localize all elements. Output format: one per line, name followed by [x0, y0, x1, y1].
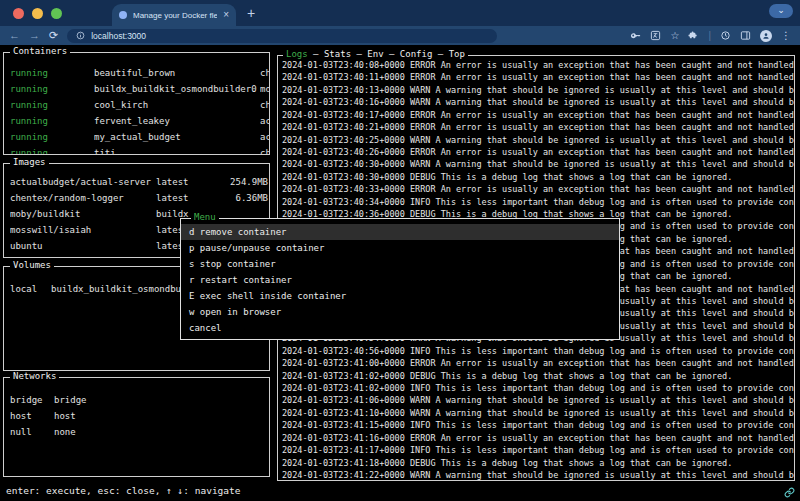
log-line: 2024-01-03T23:41:17+0000 INFO This is le…	[282, 444, 794, 456]
menu-item-exec[interactable]: E exec shell inside container	[181, 288, 619, 304]
container-name: buildx_buildkit_osmondbuilder0	[94, 81, 260, 97]
log-line: 2024-01-03T23:41:22+0000 WARN A warning …	[282, 469, 794, 480]
image-name: ubuntu	[10, 238, 156, 254]
log-line: 2024-01-03T23:41:15+0000 INFO This is le…	[282, 419, 794, 431]
volume-driver: local	[10, 281, 51, 297]
log-line: 2024-01-03T23:41:02+0000 DEBUG This is a…	[282, 370, 794, 382]
network-row[interactable]: bridgebridge	[4, 392, 269, 408]
image-tag: latest	[156, 174, 222, 190]
container-status: running	[10, 81, 94, 97]
menu-item-cancel[interactable]: cancel	[181, 320, 619, 336]
menu-item-open[interactable]: w open in browser	[181, 304, 619, 320]
log-line: 2024-01-03T23:41:02+0000 INFO This is le…	[282, 382, 794, 394]
log-line: 2024-01-03T23:40:21+0000 ERROR An error …	[282, 121, 794, 133]
container-status: running	[10, 113, 94, 129]
log-line: 2024-01-03T23:40:13+0000 WARN A warning …	[282, 84, 794, 96]
image-name: moby/buildkit	[10, 206, 156, 222]
network-driver: none	[54, 424, 269, 440]
log-line: 2024-01-03T23:40:30+0000 WARN A warning …	[282, 158, 794, 170]
passwords-key-icon[interactable]	[630, 30, 641, 41]
log-line: 2024-01-03T23:41:00+0000 ERROR An error …	[282, 357, 794, 369]
tab-strip: Manage your Docker fleet w × + ⌄	[0, 0, 800, 26]
container-status: running	[10, 97, 94, 113]
image-row[interactable]: chentex/random-loggerlatest6.36MB	[4, 190, 269, 206]
container-name: fervent_leakey	[94, 113, 260, 129]
container-row[interactable]: runningmy_actual_budgetac	[4, 129, 269, 145]
log-line: 2024-01-03T23:40:34+0000 INFO This is le…	[282, 196, 794, 208]
container-row[interactable]: runningcool_kirchch	[4, 97, 269, 113]
container-image: ch	[260, 97, 269, 113]
log-line: 2024-01-03T23:40:08+0000 ERROR An error …	[282, 59, 794, 71]
log-line: 2024-01-03T23:41:16+0000 ERROR An error …	[282, 432, 794, 444]
forward-icon[interactable]: →	[29, 30, 40, 41]
menu-item-remove[interactable]: d remove container	[181, 224, 619, 240]
container-image: ch	[260, 65, 269, 81]
image-name: mosswill/isaiah	[10, 222, 156, 238]
containers-panel: Containers runningbeautiful_brownchrunni…	[3, 52, 270, 155]
bookmark-star-icon[interactable]: ☆	[670, 31, 679, 41]
image-name: <none>	[10, 254, 156, 257]
log-line: 2024-01-03T23:41:10+0000 WARN A warning …	[282, 407, 794, 419]
container-image: ac	[260, 129, 269, 145]
status-bar-hints: enter: execute, esc: close, ↑ ↓: navigat…	[6, 485, 241, 496]
maximize-window-button[interactable]	[51, 8, 62, 19]
address-bar[interactable]: localhost:3000	[67, 29, 497, 43]
link-icon[interactable]	[784, 483, 795, 501]
container-status: running	[10, 145, 94, 154]
profile-avatar-icon[interactable]	[760, 30, 772, 42]
container-row[interactable]: runningfervent_leakeyac	[4, 113, 269, 129]
side-panel-icon[interactable]	[740, 30, 751, 41]
network-row[interactable]: nullnone	[4, 424, 269, 440]
menu-items: d remove containerp pause/unpause contai…	[181, 219, 619, 336]
site-info-icon[interactable]	[76, 31, 85, 40]
container-image: ch	[260, 145, 269, 154]
window-controls	[13, 8, 62, 19]
network-name: bridge	[10, 392, 54, 408]
menu-item-stop[interactable]: s stop container	[181, 256, 619, 272]
log-line: 2024-01-03T23:41:18+0000 DEBUG This is a…	[282, 457, 794, 469]
browser-chrome: Manage your Docker fleet w × + ⌄ ← → ⟳ l…	[0, 0, 800, 45]
extensions-puzzle-icon[interactable]	[688, 30, 699, 41]
new-tab-button[interactable]: +	[247, 5, 255, 21]
container-row[interactable]: runningbuildx_buildkit_osmondbuilder0mo	[4, 81, 269, 97]
browser-menu-kebab-icon[interactable]: ⋮	[781, 31, 791, 41]
container-row[interactable]: runningbeautiful_brownch	[4, 65, 269, 81]
container-image: ac	[260, 113, 269, 129]
container-row[interactable]: runningtitich	[4, 145, 269, 154]
image-tag: latest	[156, 190, 222, 206]
container-name: beautiful_brown	[94, 65, 260, 81]
menu-item-restart[interactable]: r restart container	[181, 272, 619, 288]
image-row[interactable]: actualbudget/actual-serverlatest254.9MB	[4, 174, 269, 190]
network-name: host	[10, 408, 54, 424]
containers-rows: runningbeautiful_brownchrunningbuildx_bu…	[4, 53, 269, 154]
networks-panel: Networks bridgebridgehosthostnullnone	[3, 377, 270, 477]
browser-tab[interactable]: Manage your Docker fleet w ×	[112, 4, 236, 26]
reload-icon[interactable]: ⟳	[49, 30, 58, 41]
container-actions-menu: Menu d remove containerp pause/unpause c…	[180, 218, 620, 340]
translate-icon[interactable]	[650, 30, 661, 41]
image-name: actualbudget/actual-server	[10, 174, 156, 190]
extension-clock-icon[interactable]	[720, 30, 731, 41]
tab-close-icon[interactable]: ×	[223, 10, 229, 20]
log-line: 2024-01-03T23:40:25+0000 WARN A warning …	[282, 134, 794, 146]
network-driver: host	[54, 408, 269, 424]
log-line: 2024-01-03T23:40:11+0000 ERROR An error …	[282, 71, 794, 83]
tab-search-chevron-icon[interactable]: ⌄	[769, 4, 793, 18]
menu-item-pause/unpause[interactable]: p pause/unpause container	[181, 240, 619, 256]
close-window-button[interactable]	[13, 8, 24, 19]
minimize-window-button[interactable]	[32, 8, 43, 19]
container-name: cool_kirch	[94, 97, 260, 113]
container-name: my_actual_budget	[94, 129, 260, 145]
log-line: 2024-01-03T23:40:30+0000 DEBUG This is a…	[282, 171, 794, 183]
back-icon[interactable]: ←	[9, 30, 20, 41]
log-line: 2024-01-03T23:40:56+0000 INFO This is le…	[282, 345, 794, 357]
log-line: 2024-01-03T23:40:16+0000 WARN A warning …	[282, 96, 794, 108]
network-row[interactable]: hosthost	[4, 408, 269, 424]
container-image: mo	[260, 81, 269, 97]
log-line: 2024-01-03T23:40:26+0000 ERROR An error …	[282, 146, 794, 158]
container-status: running	[10, 65, 94, 81]
log-line: 2024-01-03T23:40:33+0000 ERROR An error …	[282, 183, 794, 195]
log-line: 2024-01-03T23:40:17+0000 ERROR An error …	[282, 109, 794, 121]
network-driver: bridge	[54, 392, 269, 408]
container-status: running	[10, 129, 94, 145]
